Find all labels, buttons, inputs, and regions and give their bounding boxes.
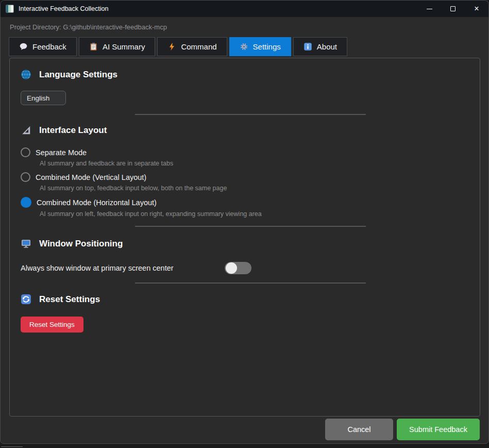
screen: Interactive Feedback Collection × Projec…: [0, 0, 489, 448]
toggle-label: Always show window at primary screen cen…: [21, 264, 174, 272]
radio-combined-vertical[interactable]: [21, 172, 30, 182]
window-positioning-section-header: Window Positioning: [21, 238, 480, 249]
divider: [135, 114, 366, 115]
tab-label: Command: [181, 42, 216, 51]
section-title-language: Language Settings: [39, 70, 117, 80]
minimize-icon: [427, 9, 432, 9]
titlebar[interactable]: Interactive Feedback Collection ×: [1, 1, 488, 17]
submit-feedback-button[interactable]: Submit Feedback: [397, 419, 480, 440]
toggle-knob: [226, 262, 237, 274]
close-icon: ×: [474, 5, 479, 13]
tab-label: Feedback: [32, 42, 66, 51]
radio-combined-horizontal[interactable]: [21, 197, 31, 208]
layout-option-vertical: Combined Mode (Vertical Layout): [21, 172, 480, 182]
triangle-ruler-icon: [21, 125, 31, 136]
layout-option-separate: Separate Mode: [21, 147, 480, 157]
tab-settings[interactable]: Settings: [229, 37, 291, 56]
reset-icon: [21, 294, 31, 305]
tab-ai-summary[interactable]: AI Summary: [79, 37, 156, 56]
speech-bubble-icon: [19, 42, 28, 51]
tab-label: Settings: [253, 42, 281, 51]
tab-about[interactable]: About: [293, 37, 347, 56]
radio-description: AI summary on left, feedback input on ri…: [40, 210, 480, 218]
radio-label: Separate Mode: [36, 148, 87, 157]
radio-separate-mode[interactable]: [21, 147, 30, 157]
tab-feedback[interactable]: Feedback: [9, 37, 77, 56]
radio-label: Combined Mode (Horizontal Layout): [37, 198, 157, 207]
info-icon: [303, 42, 312, 51]
minimize-button[interactable]: [417, 1, 441, 17]
window-title: Interactive Feedback Collection: [19, 5, 108, 12]
maximize-button[interactable]: [441, 1, 465, 17]
project-directory: Project Directory: G:\github\interactive…: [1, 17, 488, 37]
section-title-window-positioning: Window Positioning: [39, 239, 123, 249]
layout-option-horizontal: Combined Mode (Horizontal Layout): [21, 197, 480, 208]
lightning-icon: [167, 42, 176, 51]
tab-label: About: [317, 42, 337, 51]
gear-icon: [240, 42, 248, 51]
divider: [135, 283, 366, 284]
background-artifact: [1, 444, 23, 447]
interface-layout-section-header: Interface Layout: [21, 125, 480, 136]
reset-settings-section-header: Reset Settings: [21, 294, 480, 305]
radio-description: AI summary and feedback are in separate …: [40, 160, 480, 167]
tab-command[interactable]: Command: [157, 37, 227, 56]
language-settings-section-header: Language Settings: [21, 69, 480, 80]
close-button[interactable]: ×: [465, 1, 488, 17]
globe-icon: [21, 69, 31, 80]
reset-settings-button[interactable]: Reset Settings: [21, 317, 83, 333]
center-window-setting-row: Always show window at primary screen cen…: [21, 262, 251, 274]
settings-panel: Language Settings English Interface Layo…: [9, 58, 480, 417]
app-window: Interactive Feedback Collection × Projec…: [0, 0, 489, 444]
tab-label: AI Summary: [103, 42, 145, 51]
cancel-button[interactable]: Cancel: [325, 419, 393, 440]
window-controls: ×: [417, 1, 488, 17]
language-select[interactable]: English: [21, 91, 66, 105]
app-icon: [6, 5, 14, 13]
section-title-reset: Reset Settings: [39, 294, 100, 305]
radio-label: Combined Mode (Vertical Layout): [36, 173, 146, 181]
radio-description: AI summary on top, feedback input below,…: [40, 185, 480, 192]
clipboard-icon: [89, 42, 98, 51]
divider: [135, 226, 366, 227]
monitor-icon: [21, 238, 31, 249]
footer: Cancel Submit Feedback: [1, 416, 488, 443]
language-selected-value: English: [27, 94, 49, 102]
tab-bar: Feedback AI Summary: [1, 37, 488, 58]
section-title-layout: Interface Layout: [39, 125, 107, 136]
center-window-toggle[interactable]: [225, 262, 251, 274]
maximize-icon: [450, 6, 456, 11]
